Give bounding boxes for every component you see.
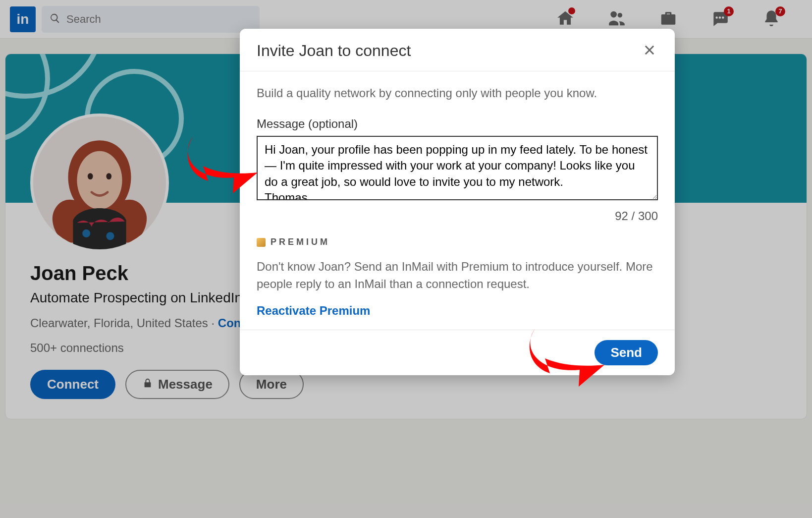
reactivate-premium-link[interactable]: Reactivate Premium bbox=[257, 304, 370, 318]
modal-tip: Build a quality network by connecting on… bbox=[257, 86, 658, 100]
close-button[interactable] bbox=[641, 43, 658, 59]
message-label: Message (optional) bbox=[257, 117, 658, 131]
send-button[interactable]: Send bbox=[595, 340, 658, 365]
message-textarea[interactable] bbox=[257, 136, 658, 200]
premium-label: PREMIUM bbox=[257, 237, 658, 247]
premium-tip: Don't know Joan? Send an InMail with Pre… bbox=[257, 258, 658, 293]
char-count: 92 / 300 bbox=[257, 209, 658, 223]
invite-modal: Invite Joan to connect Build a quality n… bbox=[240, 29, 675, 375]
premium-icon bbox=[257, 238, 266, 247]
close-icon bbox=[643, 43, 656, 58]
premium-label-text: PREMIUM bbox=[271, 237, 330, 247]
modal-title: Invite Joan to connect bbox=[257, 42, 411, 60]
